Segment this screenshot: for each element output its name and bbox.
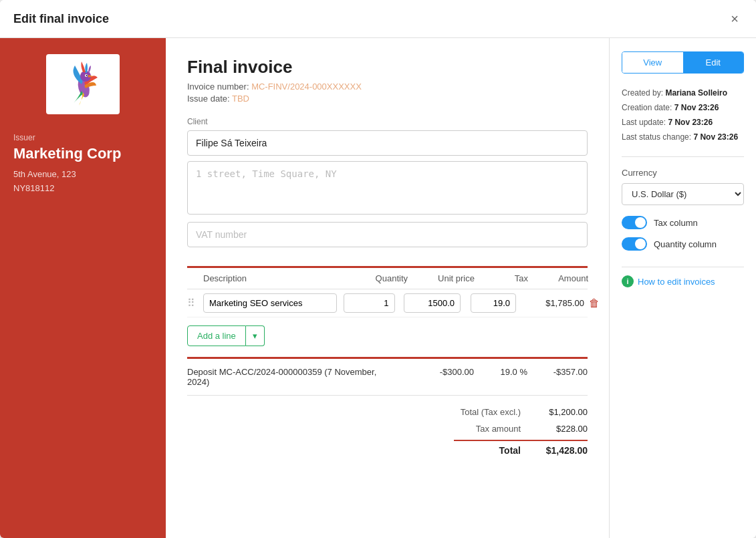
company-logo: [59, 61, 106, 108]
company-address: 5th Avenue, 123 NY818112: [13, 168, 76, 196]
table-row: ⠿ $1,785.00 🗑: [187, 289, 588, 317]
main-content: Final invoice Invoice number: MC-FINV/20…: [166, 38, 609, 538]
header-quantity: Quantity: [348, 273, 408, 283]
view-tab[interactable]: View: [622, 52, 683, 73]
currency-select[interactable]: U.S. Dollar ($) Euro (€) British Pound (…: [622, 183, 744, 205]
currency-label: Currency: [622, 168, 744, 178]
svg-point-3: [86, 75, 88, 76]
invoice-date-meta: Issue date: TBD: [187, 94, 588, 104]
line-tax-input[interactable]: [471, 293, 516, 313]
header-description: Description: [187, 273, 348, 283]
total-tax-excl-label: Total (Tax excl.): [440, 407, 521, 417]
help-link-label: How to edit invoices: [638, 277, 715, 287]
deposit-tax-amount: -$357.00: [527, 367, 588, 377]
total-tax-excl-value: $1,200.00: [534, 407, 588, 417]
total-tax-excl-row: Total (Tax excl.) $1,200.00: [187, 404, 588, 420]
modal-body: Issuer Marketing Corp 5th Avenue, 123 NY…: [0, 38, 756, 538]
add-line-area: Add a line▾: [187, 325, 588, 346]
line-unit-price-input[interactable]: [404, 293, 461, 313]
edit-tab[interactable]: Edit: [683, 52, 744, 73]
tax-column-toggle-row: Tax column: [622, 216, 744, 229]
company-name: Marketing Corp: [13, 145, 121, 162]
line-quantity-input[interactable]: [344, 293, 395, 313]
quantity-column-toggle-row: Quantity column: [622, 237, 744, 251]
total-value: $1,428.00: [534, 445, 588, 456]
created-by-row: Created by: Mariana Solleiro: [622, 87, 744, 99]
invoice-title: Final invoice: [187, 57, 588, 78]
tax-column-toggle[interactable]: [622, 216, 647, 229]
tax-amount-value: $228.00: [534, 424, 588, 434]
logo-box: [46, 54, 120, 114]
totals-section: Total (Tax excl.) $1,200.00 Tax amount $…: [187, 404, 588, 460]
drag-handle-icon[interactable]: ⠿: [187, 297, 203, 309]
deposit-amount: -$300.00: [407, 367, 474, 377]
header-unit-price: Unit price: [408, 273, 475, 283]
deposit-description: Deposit MC-ACC/2024-000000359 (7 Novembe…: [187, 367, 407, 387]
add-line-button[interactable]: Add a line: [187, 325, 246, 346]
sidebar: Issuer Marketing Corp 5th Avenue, 123 NY…: [0, 38, 166, 538]
client-address-textarea[interactable]: [187, 161, 588, 215]
client-section-label: Client: [187, 117, 588, 126]
help-icon: i: [622, 275, 634, 287]
header-amount: Amount: [528, 273, 588, 283]
last-status-row: Last status change: 7 Nov 23:26: [622, 131, 744, 143]
deposit-row: Deposit MC-ACC/2024-000000359 (7 Novembe…: [187, 359, 588, 396]
client-name-input[interactable]: [187, 130, 588, 156]
creation-date-row: Creation date: 7 Nov 23:26: [622, 102, 744, 114]
view-edit-tabs: View Edit: [622, 51, 744, 74]
tax-amount-row: Tax amount $228.00: [187, 420, 588, 437]
tax-amount-label: Tax amount: [440, 424, 521, 434]
panel-divider: [622, 267, 744, 267]
modal-container: Edit final invoice ×: [0, 0, 756, 538]
issuer-label: Issuer: [13, 133, 35, 142]
table-header: Description Quantity Unit price Tax Amou…: [187, 268, 588, 289]
modal-title: Edit final invoice: [13, 12, 109, 26]
right-panel: View Edit Created by: Mariana Solleiro C…: [609, 38, 756, 538]
total-final-row: Total $1,428.00: [187, 441, 588, 460]
header-actions: [588, 273, 608, 283]
modal-header: Edit final invoice ×: [0, 0, 756, 38]
meta-section: Created by: Mariana Solleiro Creation da…: [622, 87, 744, 157]
last-update-row: Last update: 7 Nov 23:26: [622, 116, 744, 128]
invoice-table: Description Quantity Unit price Tax Amou…: [187, 266, 588, 460]
client-vat-input[interactable]: [187, 222, 588, 247]
invoice-number-meta: Invoice number: MC-FINV/2024-000XXXXXX: [187, 82, 588, 92]
delete-line-button[interactable]: 🗑: [584, 296, 604, 311]
line-description-input[interactable]: [203, 293, 337, 313]
add-line-dropdown-button[interactable]: ▾: [246, 325, 265, 346]
close-button[interactable]: ×: [727, 11, 743, 27]
deposit-tax-pct: 19.0 %: [474, 367, 527, 377]
tax-column-label: Tax column: [654, 218, 698, 228]
help-link[interactable]: i How to edit invoices: [622, 275, 744, 287]
line-amount: $1,785.00: [524, 298, 584, 308]
quantity-column-label: Quantity column: [654, 239, 717, 249]
quantity-column-toggle[interactable]: [622, 237, 647, 251]
header-tax: Tax: [475, 273, 528, 283]
total-label: Total: [440, 445, 521, 456]
